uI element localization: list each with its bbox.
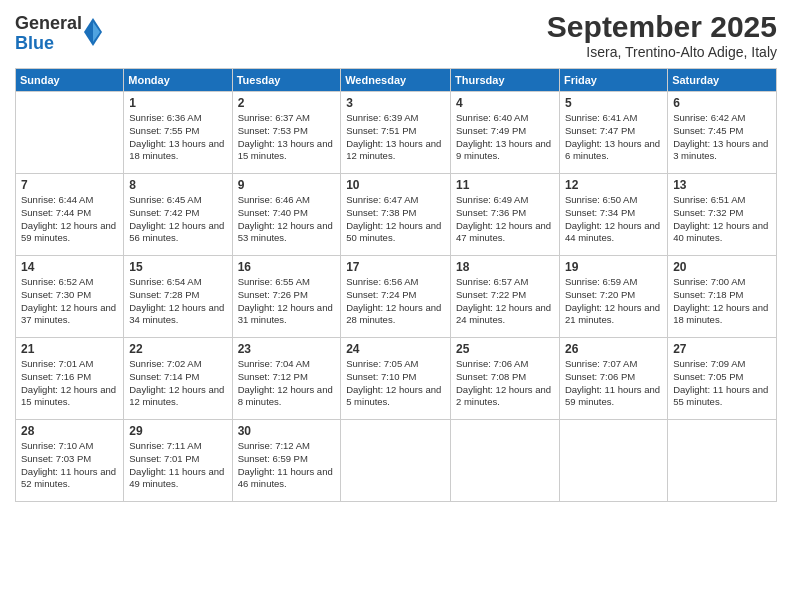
day-info: Sunrise: 7:01 AMSunset: 7:16 PMDaylight:… [21, 358, 118, 409]
day-info: Sunrise: 6:44 AMSunset: 7:44 PMDaylight:… [21, 194, 118, 245]
day-cell: 19Sunrise: 6:59 AMSunset: 7:20 PMDayligh… [559, 256, 667, 338]
day-number: 2 [238, 96, 336, 110]
day-cell: 22Sunrise: 7:02 AMSunset: 7:14 PMDayligh… [124, 338, 232, 420]
day-number: 20 [673, 260, 771, 274]
day-cell: 12Sunrise: 6:50 AMSunset: 7:34 PMDayligh… [559, 174, 667, 256]
day-number: 24 [346, 342, 445, 356]
day-number: 25 [456, 342, 554, 356]
logo-text: General Blue [15, 14, 82, 54]
day-cell: 24Sunrise: 7:05 AMSunset: 7:10 PMDayligh… [341, 338, 451, 420]
day-info: Sunrise: 7:11 AMSunset: 7:01 PMDaylight:… [129, 440, 226, 491]
day-cell: 29Sunrise: 7:11 AMSunset: 7:01 PMDayligh… [124, 420, 232, 502]
day-cell: 26Sunrise: 7:07 AMSunset: 7:06 PMDayligh… [559, 338, 667, 420]
page: General Blue September 2025 Isera, Trent… [0, 0, 792, 612]
col-sunday: Sunday [16, 69, 124, 92]
day-cell: 13Sunrise: 6:51 AMSunset: 7:32 PMDayligh… [668, 174, 777, 256]
day-number: 10 [346, 178, 445, 192]
day-cell: 25Sunrise: 7:06 AMSunset: 7:08 PMDayligh… [451, 338, 560, 420]
day-cell: 10Sunrise: 6:47 AMSunset: 7:38 PMDayligh… [341, 174, 451, 256]
week-row-2: 7Sunrise: 6:44 AMSunset: 7:44 PMDaylight… [16, 174, 777, 256]
day-cell [559, 420, 667, 502]
day-info: Sunrise: 6:42 AMSunset: 7:45 PMDaylight:… [673, 112, 771, 163]
day-cell: 16Sunrise: 6:55 AMSunset: 7:26 PMDayligh… [232, 256, 341, 338]
calendar-table: Sunday Monday Tuesday Wednesday Thursday… [15, 68, 777, 502]
day-info: Sunrise: 6:46 AMSunset: 7:40 PMDaylight:… [238, 194, 336, 245]
logo-blue: Blue [15, 34, 82, 54]
week-row-3: 14Sunrise: 6:52 AMSunset: 7:30 PMDayligh… [16, 256, 777, 338]
day-cell: 6Sunrise: 6:42 AMSunset: 7:45 PMDaylight… [668, 92, 777, 174]
day-number: 21 [21, 342, 118, 356]
day-info: Sunrise: 6:45 AMSunset: 7:42 PMDaylight:… [129, 194, 226, 245]
month-title: September 2025 [547, 10, 777, 44]
col-tuesday: Tuesday [232, 69, 341, 92]
day-number: 26 [565, 342, 662, 356]
day-number: 15 [129, 260, 226, 274]
day-info: Sunrise: 6:49 AMSunset: 7:36 PMDaylight:… [456, 194, 554, 245]
day-info: Sunrise: 7:00 AMSunset: 7:18 PMDaylight:… [673, 276, 771, 327]
day-cell: 4Sunrise: 6:40 AMSunset: 7:49 PMDaylight… [451, 92, 560, 174]
day-cell: 7Sunrise: 6:44 AMSunset: 7:44 PMDaylight… [16, 174, 124, 256]
day-number: 17 [346, 260, 445, 274]
day-info: Sunrise: 6:59 AMSunset: 7:20 PMDaylight:… [565, 276, 662, 327]
day-info: Sunrise: 7:09 AMSunset: 7:05 PMDaylight:… [673, 358, 771, 409]
day-number: 8 [129, 178, 226, 192]
day-number: 12 [565, 178, 662, 192]
day-number: 13 [673, 178, 771, 192]
day-cell: 20Sunrise: 7:00 AMSunset: 7:18 PMDayligh… [668, 256, 777, 338]
day-number: 7 [21, 178, 118, 192]
day-info: Sunrise: 6:40 AMSunset: 7:49 PMDaylight:… [456, 112, 554, 163]
day-number: 14 [21, 260, 118, 274]
day-info: Sunrise: 6:55 AMSunset: 7:26 PMDaylight:… [238, 276, 336, 327]
day-info: Sunrise: 6:51 AMSunset: 7:32 PMDaylight:… [673, 194, 771, 245]
day-number: 30 [238, 424, 336, 438]
day-number: 9 [238, 178, 336, 192]
logo-general: General [15, 14, 82, 34]
week-row-5: 28Sunrise: 7:10 AMSunset: 7:03 PMDayligh… [16, 420, 777, 502]
day-number: 5 [565, 96, 662, 110]
day-cell [341, 420, 451, 502]
day-info: Sunrise: 7:05 AMSunset: 7:10 PMDaylight:… [346, 358, 445, 409]
day-cell: 17Sunrise: 6:56 AMSunset: 7:24 PMDayligh… [341, 256, 451, 338]
day-info: Sunrise: 6:41 AMSunset: 7:47 PMDaylight:… [565, 112, 662, 163]
day-number: 1 [129, 96, 226, 110]
day-info: Sunrise: 6:47 AMSunset: 7:38 PMDaylight:… [346, 194, 445, 245]
day-info: Sunrise: 7:10 AMSunset: 7:03 PMDaylight:… [21, 440, 118, 491]
day-number: 23 [238, 342, 336, 356]
day-cell: 27Sunrise: 7:09 AMSunset: 7:05 PMDayligh… [668, 338, 777, 420]
title-block: September 2025 Isera, Trentino-Alto Adig… [547, 10, 777, 60]
day-cell: 15Sunrise: 6:54 AMSunset: 7:28 PMDayligh… [124, 256, 232, 338]
day-number: 29 [129, 424, 226, 438]
day-cell: 18Sunrise: 6:57 AMSunset: 7:22 PMDayligh… [451, 256, 560, 338]
day-number: 11 [456, 178, 554, 192]
day-info: Sunrise: 7:04 AMSunset: 7:12 PMDaylight:… [238, 358, 336, 409]
day-cell: 14Sunrise: 6:52 AMSunset: 7:30 PMDayligh… [16, 256, 124, 338]
day-info: Sunrise: 6:56 AMSunset: 7:24 PMDaylight:… [346, 276, 445, 327]
day-info: Sunrise: 7:06 AMSunset: 7:08 PMDaylight:… [456, 358, 554, 409]
day-number: 6 [673, 96, 771, 110]
day-cell: 3Sunrise: 6:39 AMSunset: 7:51 PMDaylight… [341, 92, 451, 174]
day-number: 4 [456, 96, 554, 110]
calendar-header-row: Sunday Monday Tuesday Wednesday Thursday… [16, 69, 777, 92]
day-number: 19 [565, 260, 662, 274]
day-info: Sunrise: 6:54 AMSunset: 7:28 PMDaylight:… [129, 276, 226, 327]
logo: General Blue [15, 14, 102, 54]
day-cell: 1Sunrise: 6:36 AMSunset: 7:55 PMDaylight… [124, 92, 232, 174]
day-info: Sunrise: 7:07 AMSunset: 7:06 PMDaylight:… [565, 358, 662, 409]
col-friday: Friday [559, 69, 667, 92]
col-wednesday: Wednesday [341, 69, 451, 92]
day-number: 18 [456, 260, 554, 274]
day-info: Sunrise: 6:36 AMSunset: 7:55 PMDaylight:… [129, 112, 226, 163]
day-cell [451, 420, 560, 502]
day-info: Sunrise: 6:37 AMSunset: 7:53 PMDaylight:… [238, 112, 336, 163]
location-title: Isera, Trentino-Alto Adige, Italy [547, 44, 777, 60]
logo-icon [84, 18, 102, 46]
day-cell: 9Sunrise: 6:46 AMSunset: 7:40 PMDaylight… [232, 174, 341, 256]
week-row-1: 1Sunrise: 6:36 AMSunset: 7:55 PMDaylight… [16, 92, 777, 174]
day-number: 27 [673, 342, 771, 356]
day-number: 3 [346, 96, 445, 110]
day-info: Sunrise: 7:12 AMSunset: 6:59 PMDaylight:… [238, 440, 336, 491]
day-cell: 11Sunrise: 6:49 AMSunset: 7:36 PMDayligh… [451, 174, 560, 256]
day-info: Sunrise: 6:57 AMSunset: 7:22 PMDaylight:… [456, 276, 554, 327]
day-cell: 5Sunrise: 6:41 AMSunset: 7:47 PMDaylight… [559, 92, 667, 174]
day-cell: 21Sunrise: 7:01 AMSunset: 7:16 PMDayligh… [16, 338, 124, 420]
